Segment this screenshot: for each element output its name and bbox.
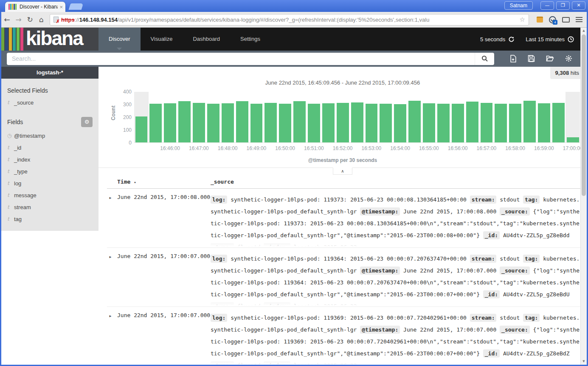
back-button[interactable]: ← xyxy=(1,15,13,24)
histogram-bar[interactable] xyxy=(149,92,163,142)
histogram-bar[interactable]: 16:53:00 xyxy=(364,92,379,142)
field-settings-gear-icon[interactable]: ⚙ xyxy=(81,117,93,127)
fields-sidebar: logstash-* Selected Fields t_source Fiel… xyxy=(1,67,98,365)
histogram-bar[interactable] xyxy=(177,92,192,142)
histogram-bar[interactable] xyxy=(321,92,335,142)
phone-extension-icon[interactable]: 4 xyxy=(549,16,556,23)
histogram-bar[interactable]: 16:54:00 xyxy=(393,92,408,142)
reload-button[interactable]: ↻ xyxy=(24,15,36,24)
extension-icon[interactable] xyxy=(537,17,543,23)
time-column-header[interactable]: Time ▾ xyxy=(117,179,207,185)
field-badge: _index: xyxy=(264,361,290,365)
histogram-bar[interactable] xyxy=(408,92,422,142)
histogram-bar[interactable] xyxy=(551,92,565,142)
new-tab-button[interactable] xyxy=(69,3,84,10)
field-item-stream[interactable]: tstream xyxy=(1,201,98,213)
tab-close-icon[interactable]: × xyxy=(59,4,63,10)
kibana-favicon-icon xyxy=(8,4,17,10)
nav-tab-dashboard[interactable]: Dashboard xyxy=(183,28,230,51)
window-maximize-button[interactable]: ❐ xyxy=(556,1,570,10)
histogram-bar[interactable]: 16:49:00 xyxy=(249,92,264,142)
refresh-interval-picker[interactable]: 5 seconds xyxy=(480,36,515,43)
struck-https: https xyxy=(61,17,75,23)
window-close-button[interactable]: ✕ xyxy=(572,1,585,10)
table-row: ▶June 22nd 2015, 17:00:08.000log: synthe… xyxy=(107,189,581,247)
histogram-bar[interactable]: 16:57:00 xyxy=(479,92,494,142)
histogram-bar[interactable]: 17:00:00 xyxy=(565,92,580,142)
histogram-bar[interactable]: 16:59:00 xyxy=(537,92,551,142)
nav-tab-visualize[interactable]: Visualize xyxy=(141,28,183,51)
url-text[interactable]: https://146.148.94.154/api/v1/proxy/name… xyxy=(61,17,518,23)
expand-row-icon[interactable]: ▶ xyxy=(107,194,114,247)
expand-row-icon[interactable]: ▶ xyxy=(107,312,114,365)
field-badge: _source: xyxy=(500,326,530,334)
histogram-bar[interactable] xyxy=(436,92,450,142)
time-range-picker[interactable]: Last 15 minutes xyxy=(526,36,574,43)
kibana-nav: DiscoverVisualizeDashboardSettings xyxy=(98,28,270,51)
browser-menu-icon[interactable] xyxy=(576,17,582,22)
x-tick-label: 16:52:00 xyxy=(333,145,353,151)
open-search-icon[interactable] xyxy=(546,55,554,62)
histogram-bar[interactable]: 16:46:00 xyxy=(163,92,177,142)
field-item-_id[interactable]: t_id xyxy=(1,142,98,153)
field-item-_type[interactable]: t_type xyxy=(1,165,98,177)
field-item-@timestamp[interactable]: ◷@timestamp xyxy=(1,130,98,142)
histogram-bar[interactable] xyxy=(465,92,479,142)
histogram-bar[interactable] xyxy=(350,92,364,142)
forward-button[interactable]: → xyxy=(13,15,24,24)
histogram-bar[interactable] xyxy=(206,92,220,142)
histogram-bar[interactable]: 16:55:00 xyxy=(422,92,436,142)
expand-row-icon[interactable]: ▶ xyxy=(107,253,114,306)
row-time: June 22nd 2015, 17:00:07.000 xyxy=(117,312,207,365)
browser-toolbar: ← → ↻ ⌂ ✗ https://146.148.94.154/api/v1/… xyxy=(1,12,587,28)
scroll-up-arrow[interactable]: ▲ xyxy=(581,28,587,34)
histogram-bar[interactable]: 16:47:00 xyxy=(192,92,206,142)
field-item-log[interactable]: tlog xyxy=(1,177,98,189)
field-item-_index[interactable]: t_index xyxy=(1,153,98,165)
field-item-tag[interactable]: ttag xyxy=(1,213,98,225)
browser-tab[interactable]: Discover - Kibana 4 × xyxy=(5,2,65,12)
index-pattern-selector[interactable]: logstash-* xyxy=(1,67,98,79)
search-button[interactable] xyxy=(475,53,494,65)
settings-gear-icon[interactable] xyxy=(565,55,572,62)
histogram-bar[interactable]: 16:51:00 xyxy=(307,92,321,142)
row-time: June 22nd 2015, 17:00:07.000 xyxy=(117,253,207,306)
histogram-bar[interactable] xyxy=(264,92,278,142)
window-minimize-button[interactable]: — xyxy=(540,1,554,10)
cast-extension-icon[interactable] xyxy=(562,17,570,23)
histogram-bar[interactable]: 16:52:00 xyxy=(335,92,350,142)
extension-badge: 4 xyxy=(553,20,557,25)
insecure-page-icon[interactable]: ✗ xyxy=(53,17,59,23)
collapse-chart-button[interactable]: ∧ xyxy=(333,167,352,175)
histogram-bar[interactable]: 16:58:00 xyxy=(508,92,523,142)
field-item-_source[interactable]: t_source xyxy=(1,96,98,108)
field-item-message[interactable]: tmessage xyxy=(1,189,98,201)
profile-button[interactable]: Satnam xyxy=(504,1,533,10)
field-badge: _id: xyxy=(483,290,500,298)
nav-tab-settings[interactable]: Settings xyxy=(230,28,270,51)
x-axis-label: @timestamp per 30 seconds xyxy=(98,157,587,163)
histogram-bar[interactable] xyxy=(134,92,149,142)
search-input[interactable] xyxy=(7,55,475,62)
histogram-plot[interactable]: 16:46:0016:47:0016:48:0016:49:0016:50:00… xyxy=(134,92,580,143)
row-source: log: synthetic-logger-10lps-pod: 119364:… xyxy=(211,253,581,306)
histogram-bar[interactable] xyxy=(235,92,249,142)
string-field-icon: t xyxy=(7,99,14,105)
histogram-bar[interactable]: 16:56:00 xyxy=(450,92,465,142)
scrollbar-thumb[interactable] xyxy=(582,34,586,196)
histogram-bar[interactable]: 16:50:00 xyxy=(278,92,293,142)
nav-tab-discover[interactable]: Discover xyxy=(98,28,141,51)
new-search-icon[interactable] xyxy=(509,55,517,62)
histogram-bar[interactable] xyxy=(293,92,307,142)
x-tick-label: 16:56:00 xyxy=(448,145,468,151)
home-button[interactable]: ⌂ xyxy=(36,15,47,24)
save-search-icon[interactable] xyxy=(528,55,535,62)
histogram-bar[interactable] xyxy=(379,92,393,142)
histogram-bar[interactable] xyxy=(523,92,537,142)
page-scrollbar[interactable]: ▲ ▼ xyxy=(580,28,587,365)
histogram-bar[interactable] xyxy=(494,92,508,142)
scroll-down-arrow[interactable]: ▼ xyxy=(581,358,587,365)
histogram-bar[interactable]: 16:48:00 xyxy=(220,92,235,142)
url-bar[interactable]: ✗ https://146.148.94.154/api/v1/proxy/na… xyxy=(50,14,529,26)
bookmark-star-icon[interactable]: ☆ xyxy=(520,16,525,23)
